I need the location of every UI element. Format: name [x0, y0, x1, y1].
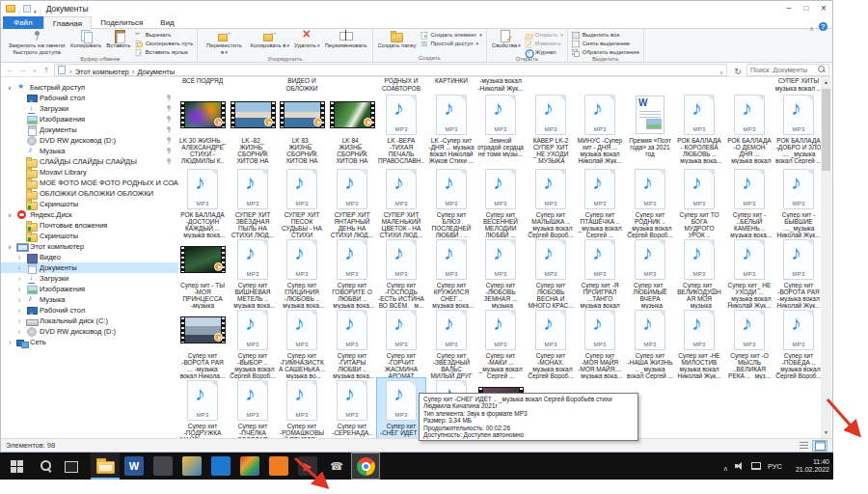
sidebar-section-this-pc[interactable]: Этот компьютер	[1, 241, 178, 252]
mp3-file[interactable]: MP3Супер хит -ПОБЕДА .. _музыка вокал Се…	[774, 308, 823, 380]
expand-chevron-icon[interactable]	[15, 274, 23, 284]
mp3-file[interactable]: MP3Супер хит -ГИМНАЗИСТКА САШЕНЬКА .. _м…	[278, 308, 326, 380]
mp3-file[interactable]: MP3Супер хит МАЛЫШКА .. _музыка вокал Се…	[527, 167, 575, 239]
taskbar-word[interactable]: W	[120, 453, 149, 480]
mp3-file[interactable]: MP3Супер хит_ НЕ УХОДИ ... _музыка вокал…	[725, 237, 773, 310]
sidebar-item-screenshots-qa[interactable]: Скриншоты	[1, 199, 178, 209]
expand-chevron-icon[interactable]	[15, 327, 23, 337]
mp3-file[interactable]: MP3МИНУС -Супер хит - ДНЯ ... музыка вок…	[576, 93, 624, 165]
taskbar-file-explorer[interactable]	[91, 453, 120, 480]
breadcrumb-item[interactable]: Этот компьютер	[75, 68, 129, 76]
open-button[interactable]: Открыть	[525, 31, 563, 39]
expand-chevron-icon[interactable]	[15, 285, 23, 294]
mp3-file[interactable]: MP3Супер хит -РОМАШКОВЫЙ ПРИВЕТ .. _музы…	[278, 378, 326, 438]
video-file[interactable]: Супер хит - ТЫ -МОЯ ПРИНЦЕССА -музыка во…	[178, 237, 227, 310]
taskbar-movie-maker-app[interactable]	[235, 453, 264, 480]
scrolled-folder-name[interactable]: ВИДЕО И ОБЛОЖКИ	[278, 77, 326, 92]
tab-view[interactable]: Вид	[151, 16, 182, 29]
mp3-file[interactable]: MP3Супер хит ВЕСЕННЕЙ МЕЛОДИИ ЛЮБВИ ...	[476, 167, 525, 239]
sidebar-item-downloads[interactable]: Загрузки	[1, 103, 178, 114]
video-file[interactable]: LK -82_ ЖИЗНЬ_ СБОРНИК ХИТОВ НА СТИХИ ЛЮ…	[229, 93, 277, 165]
taskbar-photos-app[interactable]	[206, 453, 235, 480]
tab-share[interactable]: Поделиться	[92, 16, 151, 29]
sidebar-section-yandex-disk[interactable]: Яндекс.Диск	[1, 209, 178, 220]
sidebar-section-network[interactable]: Сеть	[1, 337, 178, 347]
sidebar-item-videos[interactable]: Видео	[1, 252, 178, 262]
mp3-file[interactable]: MP3СУПЕР ХИТ ЯНТАРНЫЙ ДЕНЬ НА СТИХИ ЛЮД.…	[328, 167, 376, 239]
video-file[interactable]: LK 83_ ЖИЗНЬ_ СБОРНИК ХИТОВ НА СТИХИ ЛЮД…	[278, 93, 326, 165]
help-icon[interactable]	[819, 22, 827, 31]
mp3-file[interactable]: MP3Супер хит -О МЫСЛЬ ..ВЕЛИКАЯ РЕКА .. …	[725, 308, 773, 380]
mp3-file[interactable]: MP3Супер хит -ВЫБОР .. _музыка вокал Сер…	[229, 308, 277, 380]
vertical-scrollbar[interactable]	[821, 77, 831, 438]
search-input[interactable]: Поиск: Документы	[750, 67, 818, 73]
sidebar-item-documents[interactable]: Документы	[1, 124, 178, 135]
mp3-file[interactable]: MP3Супер хит_ ВЕЛИКОДУШНАЯ МОЯ _музыка в…	[675, 237, 723, 310]
rename-button[interactable]: Переименовать	[324, 30, 368, 49]
mp3-file[interactable]: MP3СУПЕР ХИТ ЗВЁЗДНАЯ ПЫЛЬ НА СТИХИ ЛЮД.…	[229, 167, 277, 239]
recent-locations-chevron[interactable]	[31, 64, 39, 76]
language-indicator[interactable]: РУС	[768, 462, 782, 471]
new-folder-button[interactable]: Создать папку	[377, 30, 418, 49]
hidden-icons-chevron[interactable]	[723, 457, 728, 475]
select-none-button[interactable]: Снять выделение	[572, 40, 639, 47]
sidebar-item-music-pc[interactable]: Музыка	[1, 294, 178, 305]
move-to-button[interactable]: Переместить в	[202, 30, 246, 55]
mp3-file[interactable]: MP3LK -Супер хит -ДНЯ ... музыка вокал Н…	[427, 93, 475, 165]
collapse-chevron-icon[interactable]	[6, 83, 14, 92]
mp3-file[interactable]: MP3Супер хит ГОВОРИТЕ О ЛЮБВИ .. _музыка…	[328, 237, 376, 310]
sidebar-item-slides[interactable]: СЛАЙДЫ СЛАЙДЫ СЛАЙДЫ	[1, 156, 178, 167]
mp3-file[interactable]: MP3Супер хит ВИШНЁВАЯ МЕТЕЛЬ .. _музыка …	[229, 237, 277, 310]
expand-chevron-icon[interactable]	[6, 338, 14, 347]
forward-button[interactable]	[17, 64, 29, 75]
scrolled-folder-name[interactable]: ВСЁ ПОДРЯД	[178, 77, 227, 85]
sidebar-item-downloads-pc[interactable]: Загрузки	[1, 273, 178, 284]
paste-button[interactable]: Вставить	[105, 30, 131, 49]
maximize-button[interactable]	[798, 1, 815, 14]
mp3-file[interactable]: MP3Супер хит -СЕРЕНАДА.. _музыка вокал С…	[328, 378, 376, 438]
close-button[interactable]	[815, 1, 832, 14]
mp3-file[interactable]: MP3СУПЕР ХИТ МАЛЕНЬКИЙ ЦВЕТОК - НА СТИХИ…	[377, 167, 425, 239]
mp3-file[interactable]: MP3СУПЕР ХИТ ПЕСОК СУДЬБЫ - НА СТИХИ ЛЮД…	[278, 167, 326, 239]
mp3-file[interactable]: MP3Супер хит - БЫВШИЕ ...._музыка Никола…	[774, 167, 823, 239]
easy-access-button[interactable]: Простой доступ	[420, 40, 482, 47]
mp3-file[interactable]: MP3Супер хит -ЗВЁЗДНЫЙ ВАЛЬС МИЛЫЙ ДРУГ …	[427, 308, 475, 380]
details-view-button[interactable]	[796, 440, 811, 452]
cut-button[interactable]: Вырезать	[135, 31, 194, 39]
mp3-file[interactable]: MP3Супер хит -ГОРЧИТ ЖАСМИНА АРОМАТ музы…	[377, 308, 425, 380]
mp3-file[interactable]: MP3Супер хит -НЕ МИЛОСТИВ музыка вокал Н…	[675, 308, 723, 380]
taskbar-search-icon[interactable]	[33, 453, 58, 480]
mp3-file[interactable]: MP3РОК БАЛЛАДА - КОРОЛЕВА ЛЮБОВЬ .. _муз…	[675, 93, 723, 165]
tab-home[interactable]: Главная	[43, 16, 92, 30]
mp3-file[interactable]: MP3КАВЕР LK-2 СУПЕР ХИТ _НЕ УХОДИ .МУЗЫК…	[527, 93, 575, 165]
sidebar-item-dvd-drive-pc[interactable]: DVD RW дисковод (D:)	[1, 326, 178, 337]
clock[interactable]: 11:40 21.02.2022	[789, 458, 829, 474]
mp3-file[interactable]: MP3Супер хит -ГИТАРЫ ЛЮБВИ .. _музыка во…	[328, 308, 376, 380]
volume-icon[interactable]	[735, 461, 745, 471]
mp3-file[interactable]: MP3Супер хит ТО БОГА МУДРОГО УРОК .. _му…	[675, 167, 723, 239]
collapse-chevron-icon[interactable]	[6, 242, 14, 251]
collapse-chevron-icon[interactable]	[6, 210, 14, 219]
scrolled-folder-name[interactable]: КАРТИНКИ	[427, 77, 475, 85]
address-bar[interactable]: Этот компьютерДокументы	[54, 64, 727, 76]
new-item-button[interactable]: Создать элемент	[420, 31, 482, 39]
sidebar-item-mail-attachments[interactable]: Почтовые вложения	[1, 220, 178, 231]
mp3-file[interactable]: MP3Супер хит -ГОСПОДЬ -ЕСТЬ ИСТИНА ВО ВС…	[377, 237, 425, 310]
mp3-file[interactable]: MP3Супер хит -ЛЮБОВЬ ЗЕМНАЯ ... _музыка …	[476, 237, 525, 310]
mp3-file[interactable]: MP3Супер хит ПТАШЕЧКА .. _музыка вокал С…	[576, 167, 624, 239]
mp3-file[interactable]: MP3Супер хит_ ЛЮБИМЫЕ ВЧЕРА _музыка вока…	[626, 237, 674, 310]
pin-to-quick-access-button[interactable]: Закрепить на панели быстрого доступа	[7, 30, 67, 55]
delete-button[interactable]: Удалить	[293, 30, 320, 49]
mp3-file[interactable]: MP3РОК БАЛЛАДА -ДОСТОИН КАЖДЫЙ.... _музы…	[178, 167, 227, 239]
search-box[interactable]: Поиск: Документы	[746, 64, 829, 76]
video-file[interactable]: LK 84_ ЖИЗНЬ_ СБОРНИК ХИТОВ НА СТИХИ ЛЮД…	[328, 93, 376, 165]
mp3-file[interactable]: MP3Супер хит -ВОРОТА РАЯ -музыка вокал Н…	[774, 237, 823, 310]
expand-chevron-icon[interactable]	[15, 316, 23, 326]
quick-access-toolbar-icon[interactable]	[23, 5, 31, 13]
expand-chevron-icon[interactable]	[15, 253, 23, 262]
mp3-file[interactable]: MP3Супер хит -МОЯ МАЙЯ -МОЯ МАЙЯ.... _му…	[576, 308, 624, 380]
mp3-file[interactable]: MP3LK -ВЕРА -ТИХАЯ ПЕЧАЛЬ ПРАВОСЛАВН..	[377, 93, 425, 165]
taskbar-photo-editor-app[interactable]	[149, 453, 177, 480]
up-button[interactable]	[41, 64, 52, 75]
select-all-button[interactable]: Выделить все	[572, 31, 639, 39]
